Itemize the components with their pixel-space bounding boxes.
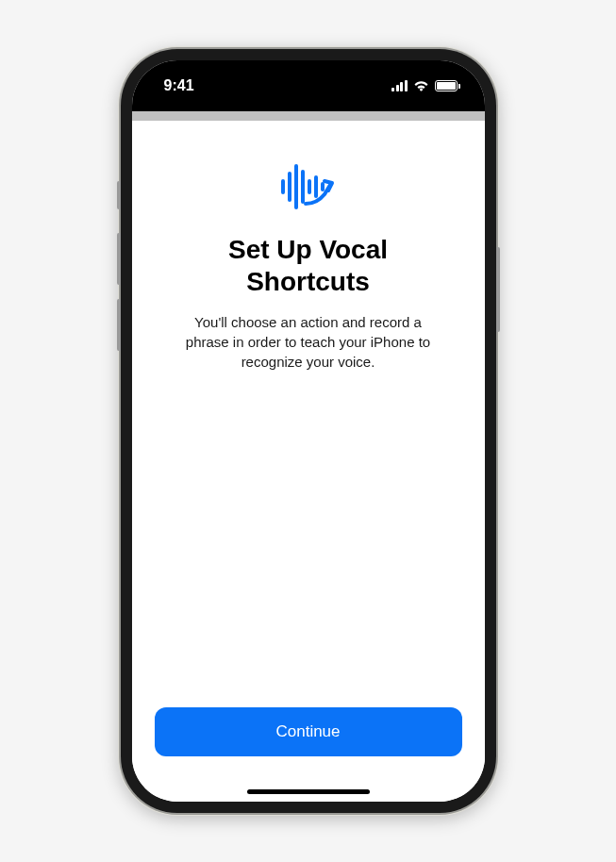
silence-switch [117, 181, 121, 209]
svg-rect-5 [314, 175, 318, 198]
sheet-backdrop [132, 111, 485, 121]
cellular-signal-icon [391, 80, 408, 91]
vocal-shortcuts-icon [275, 158, 341, 215]
phone-screen: 9:41 [132, 60, 485, 802]
page-title: Set Up Vocal Shortcuts [155, 234, 462, 297]
svg-rect-3 [301, 170, 305, 204]
side-button [496, 247, 500, 332]
status-time: 9:41 [164, 77, 194, 93]
setup-sheet: Set Up Vocal Shortcuts You'll choose an … [132, 121, 485, 802]
svg-rect-0 [281, 179, 285, 194]
battery-icon [435, 80, 460, 91]
volume-down-button [117, 299, 121, 351]
home-indicator[interactable] [247, 789, 370, 794]
phone-device-frame: 9:41 [121, 49, 496, 813]
svg-rect-1 [288, 172, 291, 202]
svg-rect-6 [321, 182, 325, 191]
page-description: You'll choose an action and record a phr… [155, 312, 462, 372]
wifi-icon [413, 80, 429, 91]
svg-rect-4 [308, 179, 311, 194]
svg-rect-2 [294, 164, 298, 209]
continue-button[interactable]: Continue [155, 707, 462, 756]
volume-up-button [117, 233, 121, 285]
dynamic-island [256, 74, 361, 104]
